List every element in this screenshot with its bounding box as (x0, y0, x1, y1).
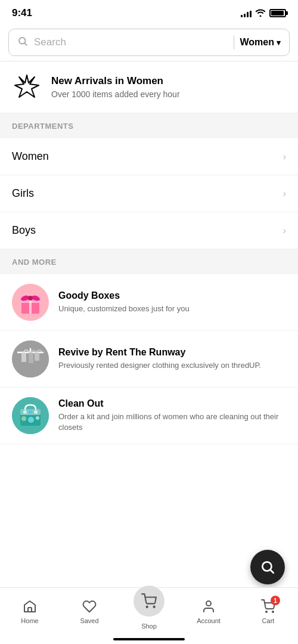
status-bar: 9:41 (0, 0, 298, 24)
department-girls-label: Girls (12, 187, 34, 200)
and-more-label: AND MORE (12, 258, 57, 267)
nav-shop[interactable]: Shop (131, 593, 167, 630)
nav-cart[interactable]: 1 Cart (250, 598, 286, 624)
new-arrivals-text: New Arrivals in Women Over 1000 items ad… (51, 75, 180, 99)
svg-point-30 (206, 601, 211, 606)
svg-point-32 (272, 611, 274, 612)
search-icon (17, 36, 28, 49)
chevron-right-icon: › (283, 188, 286, 199)
svg-rect-27 (28, 608, 32, 612)
svg-point-23 (28, 417, 34, 423)
svg-point-31 (266, 611, 267, 612)
nav-saved[interactable]: Saved (72, 598, 107, 624)
cart-badge: 1 (271, 596, 280, 605)
home-icon (21, 598, 38, 615)
shop-icon (134, 586, 164, 617)
revive-image (12, 340, 49, 377)
department-girls[interactable]: Girls › (0, 175, 298, 212)
nav-shop-label: Shop (141, 623, 157, 630)
account-icon (200, 598, 217, 615)
goody-boxes-title: Goody Boxes (58, 290, 190, 301)
svg-point-22 (21, 416, 26, 421)
filter-label: Women (240, 37, 274, 48)
clean-out-item[interactable]: Clean Out Order a kit and join millions … (0, 388, 298, 444)
svg-rect-14 (29, 352, 33, 363)
svg-rect-6 (20, 301, 41, 303)
revive-text: Revive by Rent The Runway Previously ren… (58, 347, 261, 371)
clean-out-description: Order a kit and join millions of women w… (58, 411, 286, 433)
goody-boxes-text: Goody Boxes Unique, customized boxes jus… (58, 290, 190, 314)
new-arrivals-subtitle: Over 1000 items added every hour (51, 89, 180, 99)
nav-account-label: Account (197, 617, 221, 624)
star-icon (12, 72, 42, 102)
search-filter-button[interactable]: Women ▾ (240, 37, 281, 48)
clean-out-text: Clean Out Order a kit and join millions … (58, 398, 286, 433)
departments-label: DEPARTMENTS (12, 122, 73, 131)
nav-cart-label: Cart (262, 617, 275, 624)
revive-title: Revive by Rent The Runway (58, 347, 261, 358)
signal-icon (241, 9, 252, 17)
goody-boxes-item[interactable]: Goody Boxes Unique, customized boxes jus… (0, 274, 298, 331)
search-placeholder: Search (34, 36, 66, 48)
nav-home[interactable]: Home (12, 598, 48, 624)
wifi-icon (255, 8, 266, 18)
svg-line-26 (271, 570, 274, 573)
status-icons (241, 8, 286, 18)
search-divider (234, 35, 234, 49)
and-more-section-header: AND MORE (0, 249, 298, 274)
svg-point-28 (147, 606, 148, 608)
departments-section-header: DEPARTMENTS (0, 113, 298, 138)
chevron-right-icon: › (283, 151, 286, 162)
chevron-right-icon: › (283, 225, 286, 236)
department-women-label: Women (12, 150, 49, 163)
new-arrivals-banner[interactable]: New Arrivals in Women Over 1000 items ad… (0, 61, 298, 113)
svg-point-9 (28, 296, 33, 301)
revive-description: Previously rented designer clothing excl… (58, 360, 261, 371)
heart-icon (81, 598, 98, 615)
goody-boxes-image (12, 284, 49, 321)
svg-rect-15 (35, 352, 39, 361)
new-arrivals-title: New Arrivals in Women (51, 75, 180, 87)
clean-out-title: Clean Out (58, 398, 286, 409)
nav-saved-label: Saved (80, 617, 98, 624)
fab-search-button[interactable] (250, 550, 285, 584)
svg-rect-13 (21, 352, 26, 362)
bottom-nav: Home Saved Shop Account (0, 587, 298, 644)
department-women[interactable]: Women › (0, 138, 298, 175)
clean-out-image (12, 397, 49, 434)
cart-icon: 1 (260, 598, 277, 615)
nav-home-label: Home (21, 617, 38, 624)
svg-point-19 (23, 410, 27, 414)
search-bar-container: Search Women ▾ (0, 24, 298, 61)
goody-boxes-description: Unique, customized boxes just for you (58, 304, 190, 314)
department-boys-label: Boys (12, 224, 36, 237)
search-bar[interactable]: Search Women ▾ (8, 29, 290, 56)
battery-icon (269, 9, 286, 17)
department-boys[interactable]: Boys › (0, 212, 298, 249)
svg-line-1 (24, 43, 26, 45)
nav-account[interactable]: Account (191, 598, 226, 624)
svg-point-29 (154, 606, 155, 608)
home-indicator (113, 638, 185, 640)
svg-point-21 (34, 410, 38, 414)
svg-point-20 (29, 410, 32, 414)
status-time: 9:41 (12, 7, 32, 19)
revive-item[interactable]: Revive by Rent The Runway Previously ren… (0, 331, 298, 388)
chevron-down-icon: ▾ (277, 38, 281, 47)
svg-point-24 (36, 416, 39, 420)
